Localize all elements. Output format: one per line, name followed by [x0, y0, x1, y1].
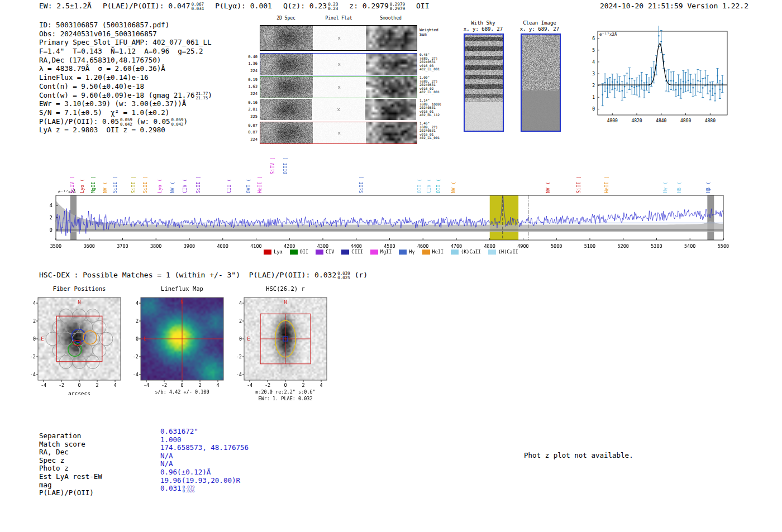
cutout-overlay-hsc: -4-4-2-2002244NE [217, 290, 344, 397]
x-tick-label: 3600 [84, 243, 95, 249]
spec2d-panel-grain-image [260, 54, 313, 75]
emission-line-label: CII ( [226, 179, 232, 193]
x-tick-label: -2 [161, 382, 167, 388]
stacked-fraction: 21.7721.75 [196, 92, 208, 100]
data-point [714, 93, 716, 94]
text-segment: LineFlux = 1.20(±0.14)e-16 [39, 73, 149, 82]
match-row-value: 0.631672" [160, 428, 249, 436]
spec2d-panel-flat-image [314, 122, 365, 143]
compass-east-label: E [41, 336, 44, 342]
data-point [709, 90, 711, 92]
y-tick-label: 4 [50, 203, 53, 208]
fiber-circle [73, 356, 86, 369]
emission-line-label: OII ( [436, 179, 441, 193]
cutout-plot-box [38, 298, 121, 380]
stacked-fraction: 0.0670.034 [191, 2, 204, 11]
fiber-circle [93, 344, 106, 357]
data-point [638, 85, 640, 87]
emission-line-label: SiIV ( [69, 176, 75, 193]
sub-value: 0.025 [337, 276, 350, 280]
data-point [680, 88, 682, 90]
match-row-label: P(LAE)/P(OII) [39, 489, 102, 497]
text-segment: EWr = 3.10(±0.39) (w: 3.00(±0.37))Å [39, 99, 186, 108]
x-tick-label: 5200 [618, 243, 629, 249]
emission-line-label: SiII ( [576, 176, 581, 193]
y-tick-label: -2 [30, 354, 36, 360]
y-tick-label: 0 [33, 336, 36, 342]
compass-east-label: E [247, 336, 250, 342]
emission-line-label: OIII ( [283, 157, 288, 174]
sub-value: 0.2979 [390, 7, 405, 11]
emission-line-label: SiII ( [131, 176, 136, 193]
match-row-label: Match score [39, 440, 102, 449]
text-segment: RA,Dec (174.658310,48.176750) [39, 56, 161, 64]
data-point [631, 85, 633, 87]
emission-line-label: Lyα ( [157, 179, 163, 193]
spec2d-column-title: Pixel Flat [314, 16, 364, 21]
spec2d-column-title: 2D Spec [261, 16, 311, 21]
spec2d-row-left-values: 0.07 0.87 224 [243, 122, 258, 143]
text-segment: Cont(n) = 9.50(±0.40)e-18 [39, 82, 144, 90]
match-row-label: Est LyA rest-EW [39, 473, 102, 481]
data-point [722, 83, 723, 85]
emission-line-label: OVI ( [246, 179, 251, 193]
match-row-value: N/A [160, 460, 249, 468]
legend-label: CIII [351, 249, 363, 255]
spec2d-row-left-values: 0.16 2.01 225 [243, 99, 258, 120]
x-tick-label: 4 [320, 382, 322, 388]
y-tick-label: 2 [239, 318, 242, 324]
emission-line-label: NV ( [170, 182, 175, 193]
spec2d-panel-smooth-image [365, 99, 416, 120]
text-segment: LyA z = 2.9803 OII z = 0.2980 [39, 126, 165, 134]
spec2d-panel-flat-image [314, 76, 365, 98]
text: (r) [350, 271, 368, 279]
text-segment: Cont(w) = 9.60(±0.09)e-18 (gmag 21.7621.… [39, 91, 208, 99]
x-tick-label: 4900 [517, 243, 528, 249]
y-tick-label: 0 [50, 227, 53, 233]
spec2d-row-right-values: 1.00" (689, 27) 20240531 v016_02 402_LL_… [419, 76, 440, 94]
y-tick-label: 1 [592, 95, 595, 100]
text: S/N = 7.1(±0.5) χ² = 1.0(±0.2) [39, 108, 169, 117]
spec2d-row-left-values: 0.19 1.63 224 [243, 76, 258, 97]
text: OII [416, 2, 429, 10]
emission-line-label: HeII ( [257, 176, 263, 193]
fiber-circle [59, 332, 73, 346]
data-point [675, 89, 677, 90]
text: Cont(n) = 9.50(±0.40)e-18 [39, 82, 144, 90]
summary-line: F=1.4" T=0.143 N̄=1.12 A=0.96 g=25.2 [39, 47, 212, 56]
line-fit-plot-box [598, 31, 727, 115]
legend-item: Lyα [264, 249, 282, 255]
data-point [700, 80, 702, 82]
summary-line: P(LAE)/P(OII): 0.050.0590.042 (w: 0.050.… [39, 117, 212, 126]
data-point [624, 86, 626, 88]
spec2d-row [260, 53, 417, 75]
legend-item: OII [290, 249, 308, 255]
x-tick-label: 5000 [551, 243, 562, 249]
summary-line: LineFlux = 1.20(±0.14)e-16 [39, 73, 212, 82]
legend-item: HeII [422, 249, 444, 255]
spec2d-column-title: Smoothed [366, 16, 416, 21]
spec2d-panel-smooth-image [366, 54, 417, 75]
data-point [636, 86, 638, 88]
y-tick-label: 2 [136, 318, 139, 324]
spec2d-row-right-values: 1.46" (689, 27) 20240531 v016_01 402_LL_… [419, 122, 440, 140]
stacked-fraction: 0.0390.026 [183, 485, 195, 493]
text: Primary Spec_Slot_IFU_AMP: 402_077_061_L… [39, 38, 212, 46]
y-tick-label: 0 [136, 336, 139, 342]
text: P(LAE)/P(OII): 0.05 [39, 117, 119, 126]
fiber-circle [93, 320, 106, 334]
x-tick-label: 4200 [284, 243, 295, 249]
y-tick-label: 4 [136, 300, 139, 306]
highlight-band [490, 195, 518, 240]
spec2d-row [260, 99, 416, 120]
x-tick-label: -4 [144, 382, 149, 388]
summary-line: LyA z = 2.9803 OII z = 0.2980 [39, 126, 212, 135]
legend-item: CIV [316, 249, 334, 255]
text: LyA z = 2.9803 OII z = 0.2980 [39, 126, 165, 134]
x-tick-label: 4300 [317, 243, 328, 249]
x-tick-label: 4700 [451, 243, 462, 249]
data-point [704, 77, 706, 79]
cutout-caption: EWr: 1. PLAE: 0.032 [232, 396, 338, 401]
match-row-label: Spec z [39, 457, 102, 465]
data-point [685, 82, 686, 83]
